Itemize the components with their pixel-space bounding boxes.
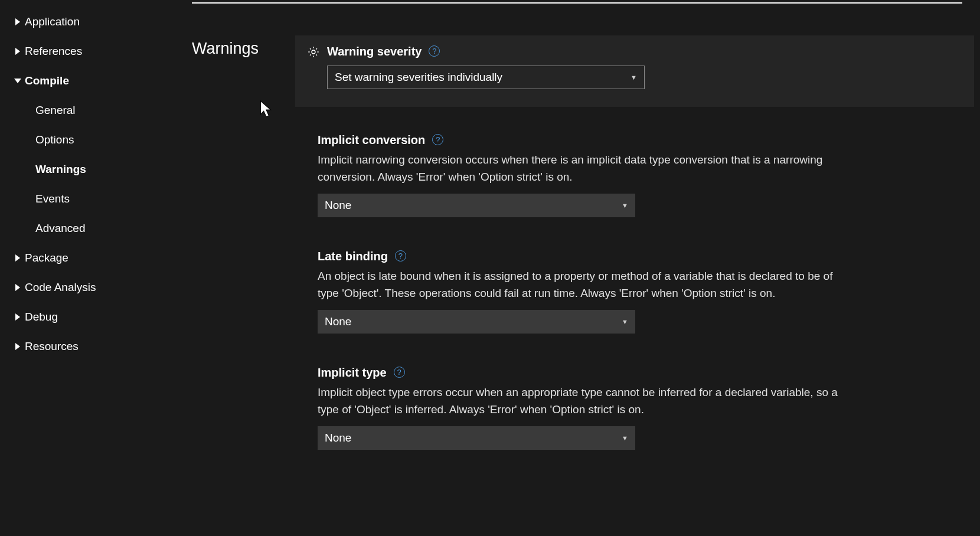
separator	[192, 2, 962, 4]
warning-severity-dropdown[interactable]: Set warning severities individually ▼	[327, 66, 645, 89]
sidebar-item-events[interactable]: Events	[12, 184, 192, 214]
chevron-down-icon: ▼	[622, 318, 628, 325]
sidebar: Application References Compile General O…	[0, 0, 192, 536]
chevron-down-icon: ▼	[622, 202, 628, 209]
setting-implicit-type: Implicit type ? Implicit object type err…	[318, 366, 956, 450]
setting-late-binding: Late binding ? An object is late bound w…	[318, 250, 956, 334]
sidebar-item-resources[interactable]: Resources	[12, 332, 192, 361]
help-icon[interactable]: ?	[394, 367, 405, 378]
help-icon[interactable]: ?	[429, 45, 440, 57]
implicit-conversion-dropdown[interactable]: None ▼	[318, 194, 635, 217]
setting-description: Implicit narrowing conversion occurs whe…	[318, 152, 849, 185]
chevron-down-icon	[12, 78, 24, 84]
sidebar-item-label: Code Analysis	[25, 281, 96, 294]
main-content: Warnings Warning severity ? Set warning …	[192, 0, 980, 536]
sidebar-item-references[interactable]: References	[12, 37, 192, 66]
setting-header: Implicit type ?	[318, 366, 956, 380]
chevron-right-icon	[12, 48, 24, 55]
setting-label: Late binding	[318, 250, 388, 263]
setting-header: Warning severity ?	[307, 45, 950, 58]
dropdown-value: Set warning severities individually	[335, 71, 502, 84]
sidebar-item-label: Package	[25, 251, 68, 264]
sidebar-item-warnings[interactable]: Warnings	[12, 155, 192, 184]
chevron-right-icon	[12, 284, 24, 291]
chevron-down-icon: ▼	[622, 434, 628, 442]
chevron-down-icon: ▼	[631, 74, 637, 81]
sidebar-item-label: Application	[25, 15, 80, 28]
setting-label: Implicit type	[318, 366, 387, 380]
warning-severity-panel: Warning severity ? Set warning severitie…	[295, 35, 974, 107]
sidebar-item-compile[interactable]: Compile	[12, 66, 192, 96]
section-header-column: Warnings	[192, 0, 301, 536]
setting-label: Warning severity	[327, 45, 422, 58]
chevron-right-icon	[12, 343, 24, 350]
setting-header: Late binding ?	[318, 250, 956, 263]
setting-header: Implicit conversion ?	[318, 133, 956, 147]
sidebar-item-label: References	[25, 45, 82, 58]
sidebar-item-label: Warnings	[35, 163, 86, 176]
sidebar-item-label: Advanced	[35, 222, 86, 235]
sidebar-item-label: Options	[35, 133, 74, 146]
sidebar-item-advanced[interactable]: Advanced	[12, 214, 192, 243]
chevron-right-icon	[12, 254, 24, 262]
sidebar-item-application[interactable]: Application	[12, 7, 192, 37]
help-icon[interactable]: ?	[432, 134, 443, 145]
setting-description: Implicit object type errors occur when a…	[318, 384, 849, 418]
sidebar-item-label: Resources	[25, 340, 79, 353]
sidebar-item-options[interactable]: Options	[12, 125, 192, 155]
sidebar-item-package[interactable]: Package	[12, 243, 192, 273]
gear-icon	[307, 45, 320, 58]
sidebar-item-label: Debug	[25, 311, 58, 323]
sidebar-item-debug[interactable]: Debug	[12, 302, 192, 332]
sidebar-item-label: Compile	[25, 74, 69, 87]
page-title: Warnings	[192, 40, 301, 58]
setting-description: An object is late bound when it is assig…	[318, 268, 849, 302]
settings-subsection: Implicit conversion ? Implicit narrowing…	[301, 107, 956, 450]
sidebar-item-general[interactable]: General	[12, 96, 192, 125]
chevron-right-icon	[12, 18, 24, 25]
late-binding-dropdown[interactable]: None ▼	[318, 310, 635, 334]
svg-point-0	[312, 50, 315, 54]
sidebar-item-label: General	[35, 104, 76, 117]
help-icon[interactable]: ?	[395, 250, 406, 262]
sidebar-item-code-analysis[interactable]: Code Analysis	[12, 273, 192, 302]
implicit-type-dropdown[interactable]: None ▼	[318, 426, 635, 450]
dropdown-value: None	[325, 432, 351, 445]
chevron-right-icon	[12, 313, 24, 321]
dropdown-value: None	[325, 315, 351, 328]
sidebar-item-label: Events	[35, 192, 70, 205]
setting-label: Implicit conversion	[318, 133, 425, 147]
dropdown-value: None	[325, 199, 351, 212]
setting-implicit-conversion: Implicit conversion ? Implicit narrowing…	[318, 133, 956, 217]
settings-column: Warning severity ? Set warning severitie…	[301, 0, 980, 536]
